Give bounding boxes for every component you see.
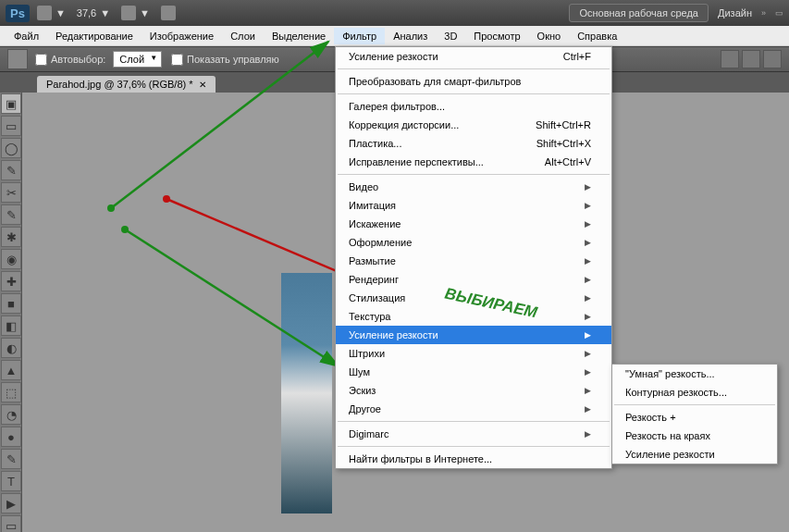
- menu-item-фильтр[interactable]: Фильтр: [334, 28, 385, 44]
- menu-item-редактирование[interactable]: Редактирование: [47, 28, 142, 44]
- tool-button-3[interactable]: ✎: [1, 160, 21, 180]
- filter-menu-item[interactable]: Оформление▶: [336, 233, 611, 252]
- zoom-field[interactable]: 37,6 ▼: [77, 7, 110, 19]
- design-label[interactable]: Дизайн: [718, 7, 752, 19]
- move-tool-icon[interactable]: [7, 49, 28, 69]
- tool-button-12[interactable]: ▲: [1, 360, 21, 380]
- show-controls-input[interactable]: [171, 54, 183, 66]
- submenu-item[interactable]: Резкость на краях: [612, 427, 777, 445]
- menu-item-3d[interactable]: 3D: [436, 28, 465, 44]
- tool-button-17[interactable]: T: [1, 471, 21, 491]
- menu-item-выделение[interactable]: Выделение: [264, 28, 334, 44]
- filter-menu-item[interactable]: Рендеринг▶: [336, 270, 611, 289]
- submenu-arrow-icon: ▶: [585, 256, 591, 266]
- menu-item-просмотр[interactable]: Просмотр: [465, 28, 528, 44]
- document-tab[interactable]: Parahod.jpg @ 37,6% (RGB/8) * ✕: [37, 76, 216, 93]
- menu-item-окно[interactable]: Окно: [529, 28, 570, 44]
- menu-item-label: Усиление резкости: [349, 329, 438, 340]
- menu-shortcut: Shift+Ctrl+R: [536, 119, 591, 130]
- filter-menu-item[interactable]: Усиление резкостиCtrl+F: [336, 47, 611, 66]
- submenu-item[interactable]: "Умная" резкость...: [612, 365, 777, 383]
- menu-item-label: Эскиз: [349, 385, 376, 396]
- workspace-button[interactable]: Основная рабочая среда: [569, 4, 709, 22]
- tool-button-9[interactable]: ■: [1, 293, 21, 314]
- collapse-icon[interactable]: ▭: [775, 8, 783, 18]
- menu-item-файл[interactable]: Файл: [6, 28, 47, 44]
- submenu-arrow-icon: ▶: [585, 386, 591, 395]
- filter-menu-item[interactable]: Исправление перспективы...Alt+Ctrl+V: [336, 153, 611, 171]
- tool-button-10[interactable]: ◧: [1, 315, 21, 336]
- menu-item-label: Пластика...: [349, 138, 401, 149]
- menu-item-слои[interactable]: Слои: [222, 28, 264, 44]
- tool-button-19[interactable]: ▭: [1, 515, 21, 532]
- menu-separator: [338, 421, 610, 422]
- submenu-arrow-icon: ▶: [585, 367, 591, 377]
- menu-shortcut: Alt+Ctrl+V: [545, 156, 591, 167]
- submenu-arrow-icon: ▶: [585, 275, 591, 284]
- menubar: ФайлРедактированиеИзображениеСлоиВыделен…: [0, 26, 789, 46]
- ps-logo: Ps: [6, 5, 30, 22]
- submenu-item[interactable]: Контурная резкость...: [612, 383, 777, 402]
- view-dropdown[interactable]: ▼: [121, 6, 150, 20]
- frame-icon: [37, 6, 52, 20]
- submenu-arrow-icon: ▶: [585, 238, 591, 247]
- layer-dropdown[interactable]: Слой: [113, 51, 162, 68]
- tool-button-1[interactable]: ▭: [1, 116, 21, 136]
- filter-menu-item[interactable]: Текстура▶: [336, 307, 611, 326]
- filter-menu-item[interactable]: Видео▶: [336, 178, 611, 196]
- align-icon-1[interactable]: [721, 50, 739, 68]
- tool-button-5[interactable]: ✎: [1, 204, 21, 225]
- filter-menu-item[interactable]: Шум▶: [336, 363, 611, 381]
- frame-dropdown[interactable]: ▼: [37, 6, 66, 20]
- tool-button-11[interactable]: ◐: [1, 338, 21, 358]
- tool-button-15[interactable]: ●: [1, 427, 21, 447]
- filter-menu-item[interactable]: Пластика...Shift+Ctrl+X: [336, 134, 611, 153]
- filter-menu-item[interactable]: Штрихи▶: [336, 344, 611, 363]
- filter-menu-item[interactable]: Размытие▶: [336, 252, 611, 270]
- menu-item-справка[interactable]: Справка: [569, 28, 625, 44]
- menu-separator: [614, 404, 775, 405]
- menu-item-анализ[interactable]: Анализ: [385, 28, 436, 44]
- layout-icon: [121, 6, 136, 20]
- screen-mode[interactable]: [161, 6, 176, 20]
- filter-menu-item[interactable]: Эскиз▶: [336, 381, 611, 400]
- close-icon[interactable]: ✕: [199, 80, 206, 90]
- tool-button-2[interactable]: ◯: [1, 138, 21, 158]
- align-icon-3[interactable]: [763, 50, 782, 68]
- tool-button-14[interactable]: ◔: [1, 404, 21, 425]
- menu-separator: [338, 68, 610, 69]
- filter-menu-item[interactable]: Коррекция дисторсии...Shift+Ctrl+R: [336, 116, 611, 134]
- tool-button-16[interactable]: ✎: [1, 449, 21, 469]
- filter-menu-item[interactable]: Галерея фильтров...: [336, 97, 611, 116]
- menu-item-label: Имитация: [349, 200, 396, 211]
- submenu-arrow-icon: ▶: [585, 330, 591, 340]
- document-image[interactable]: [281, 273, 332, 513]
- show-controls-checkbox[interactable]: Показать управляю: [171, 54, 279, 66]
- tool-button-13[interactable]: ⬚: [1, 382, 21, 402]
- tool-button-8[interactable]: ✚: [1, 271, 21, 291]
- submenu-item[interactable]: Резкость +: [612, 408, 777, 427]
- submenu-arrow-icon: ▶: [585, 429, 591, 439]
- tool-button-18[interactable]: ▶: [1, 493, 21, 513]
- tool-button-6[interactable]: ✱: [1, 227, 21, 247]
- menu-separator: [338, 93, 610, 94]
- tool-button-7[interactable]: ◉: [1, 249, 21, 269]
- filter-menu-item[interactable]: Имитация▶: [336, 196, 611, 215]
- filter-menu-item[interactable]: Искажение▶: [336, 215, 611, 233]
- align-icon-2[interactable]: [742, 50, 760, 68]
- filter-menu-item[interactable]: Усиление резкости▶: [336, 326, 611, 344]
- tool-button-4[interactable]: ✂: [1, 182, 21, 203]
- document-tab-title: Parahod.jpg @ 37,6% (RGB/8) *: [46, 79, 193, 90]
- filter-menu-item[interactable]: Digimarc▶: [336, 425, 611, 443]
- submenu-item[interactable]: Усиление резкости: [612, 445, 777, 464]
- autoselect-checkbox[interactable]: Автовыбор:: [35, 54, 105, 66]
- filter-menu-item[interactable]: Преобразовать для смарт-фильтров: [336, 72, 611, 91]
- filter-menu-item[interactable]: Другое▶: [336, 400, 611, 418]
- tool-button-0[interactable]: ▣: [1, 93, 21, 114]
- menu-item-изображение[interactable]: Изображение: [142, 28, 222, 44]
- menu-item-label: Коррекция дисторсии...: [349, 119, 459, 130]
- filter-menu-item[interactable]: Найти фильтры в Интернете...: [336, 450, 611, 468]
- autoselect-input[interactable]: [35, 54, 47, 66]
- menu-item-label: Усиление резкости: [349, 51, 438, 62]
- chevron-right-icon[interactable]: »: [761, 8, 766, 18]
